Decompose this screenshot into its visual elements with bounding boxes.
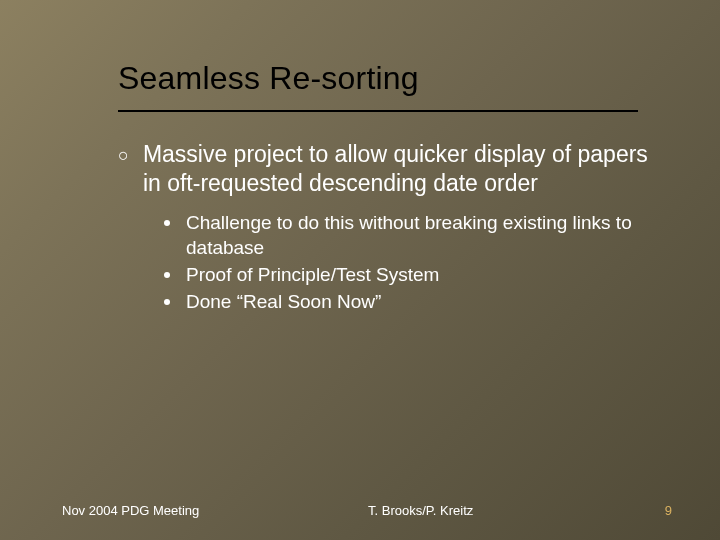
footer-left: Nov 2004 PDG Meeting (62, 503, 199, 518)
sub-bullet-text: Done “Real Soon Now” (186, 289, 381, 314)
bullet-dot-icon (164, 220, 170, 226)
bullet-dot-icon (164, 272, 170, 278)
sub-bullet-list: Challenge to do this without breaking ex… (164, 210, 658, 314)
footer-center: T. Brooks/P. Kreitz (199, 503, 642, 518)
sub-bullet: Challenge to do this without breaking ex… (164, 210, 658, 260)
sub-bullet: Done “Real Soon Now” (164, 289, 658, 314)
bullet-main-text: Massive project to allow quicker display… (143, 140, 658, 198)
sub-bullet-text: Challenge to do this without breaking ex… (186, 210, 658, 260)
sub-bullet-text: Proof of Principle/Test System (186, 262, 439, 287)
slide-footer: Nov 2004 PDG Meeting T. Brooks/P. Kreitz… (0, 503, 720, 518)
title-underline (118, 110, 638, 112)
bullet-main: ○ Massive project to allow quicker displ… (118, 140, 658, 198)
slide-body: ○ Massive project to allow quicker displ… (118, 140, 658, 316)
slide-title: Seamless Re-sorting (118, 60, 419, 97)
sub-bullet: Proof of Principle/Test System (164, 262, 658, 287)
bullet-dot-icon (164, 299, 170, 305)
bullet-circle-icon: ○ (118, 140, 129, 170)
slide: Seamless Re-sorting ○ Massive project to… (0, 0, 720, 540)
footer-page: 9 (642, 503, 672, 518)
